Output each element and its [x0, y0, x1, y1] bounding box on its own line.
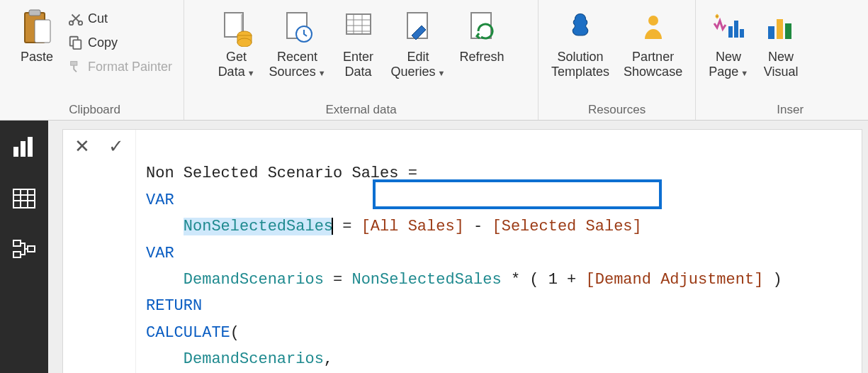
solution-templates-label: Solution Templates	[551, 50, 609, 79]
ribbon-group-label-external-data: External data	[193, 103, 529, 117]
new-visual-label: New Visual	[764, 50, 799, 79]
enter-data-button[interactable]: Enter Data	[336, 3, 381, 80]
format-painter-button[interactable]: Format Painter	[65, 55, 175, 78]
close-icon: ✕	[74, 135, 90, 157]
svg-rect-1	[29, 10, 40, 16]
partner-showcase-label: Partner Showcase	[624, 50, 682, 79]
paste-button[interactable]: Paste	[14, 3, 60, 66]
svg-point-17	[648, 16, 658, 26]
svg-rect-27	[13, 189, 35, 208]
svg-rect-18	[728, 26, 733, 38]
svg-rect-29	[13, 252, 21, 257]
keyword-return: RETURN	[146, 297, 202, 315]
svg-rect-24	[13, 147, 18, 157]
bar-chart-icon	[12, 137, 36, 158]
measure-selected-sales: [Selected Sales]	[492, 218, 642, 235]
measure-demand-adjustment: [Demand Adjustment]	[586, 271, 764, 289]
ribbon-group-resources: Solution Templates Partner Showcase Reso…	[539, 0, 696, 120]
svg-rect-23	[785, 23, 791, 39]
new-page-icon	[711, 6, 745, 50]
ribbon-group-external-data: Get Data▼ Recent Sources▼ Enter Data Edi…	[184, 0, 539, 120]
partner-showcase-button[interactable]: Partner Showcase	[619, 3, 687, 80]
svg-rect-30	[28, 246, 35, 252]
svg-rect-26	[28, 137, 33, 157]
refresh-button[interactable]: Refresh	[455, 3, 508, 66]
paste-label: Paste	[21, 50, 53, 65]
ribbon-group-label-insert: Inser	[704, 103, 804, 117]
ribbon-group-clipboard: Paste Cut Copy	[6, 0, 184, 120]
svg-rect-22	[777, 19, 783, 39]
ribbon-group-label-resources: Resources	[547, 103, 687, 117]
svg-rect-6	[73, 40, 81, 49]
svg-rect-19	[734, 21, 738, 38]
side-nav	[0, 121, 48, 373]
measure-all-sales: [All Sales]	[361, 218, 464, 235]
cut-icon	[68, 11, 84, 26]
solution-templates-button[interactable]: Solution Templates	[547, 3, 614, 80]
table-icon	[13, 189, 35, 208]
clipboard-side-buttons: Cut Copy Format Painter	[65, 3, 175, 78]
enter-data-icon	[342, 6, 375, 50]
svg-point-11	[237, 38, 252, 47]
ref-nonselectedsales: NonSelectedSales	[351, 271, 501, 289]
svg-point-3	[69, 21, 74, 25]
format-painter-label: Format Painter	[88, 60, 172, 74]
new-visual-icon	[764, 6, 798, 50]
copy-icon	[68, 35, 84, 50]
nav-data-view[interactable]	[9, 183, 40, 214]
svg-rect-28	[13, 240, 21, 246]
func-calculate: CALCULATE	[146, 324, 230, 342]
new-page-label: New Page	[709, 50, 741, 79]
copy-button[interactable]: Copy	[65, 31, 175, 54]
ribbon-group-insert: New Page▼ New Visual Inser	[696, 0, 804, 120]
edit-queries-button[interactable]: Edit Queries▼	[387, 3, 450, 80]
paste-icon	[21, 6, 53, 50]
check-icon: ✓	[108, 135, 124, 157]
svg-rect-2	[35, 20, 50, 43]
get-data-label: Get Data	[218, 50, 247, 79]
formula-controls: ✕ ✓	[63, 130, 136, 373]
copy-label: Copy	[88, 35, 118, 50]
ref-demandscenarios: DemandScenarios	[184, 350, 324, 368]
formula-commit-button[interactable]: ✓	[104, 134, 128, 158]
formula-bar: ✕ ✓ Non Selected Scenario Sales = VAR No…	[62, 129, 862, 373]
formula-editor[interactable]: Non Selected Scenario Sales = VAR NonSel…	[136, 130, 862, 373]
new-page-button[interactable]: New Page▼	[704, 3, 753, 80]
svg-rect-7	[71, 62, 77, 66]
get-data-icon	[220, 6, 253, 50]
get-data-button[interactable]: Get Data▼	[214, 3, 259, 80]
enter-data-label: Enter Data	[343, 50, 373, 79]
dropdown-caret-icon: ▼	[247, 69, 255, 77]
keyword-var: VAR	[146, 191, 174, 209]
dropdown-caret-icon: ▼	[318, 69, 326, 77]
svg-rect-25	[21, 141, 26, 157]
svg-rect-21	[768, 26, 774, 39]
ribbon: Paste Cut Copy	[0, 0, 868, 121]
format-painter-icon	[68, 59, 84, 74]
svg-rect-20	[740, 29, 744, 38]
refresh-icon	[466, 6, 498, 50]
formula-cancel-button[interactable]: ✕	[70, 134, 94, 158]
dropdown-caret-icon: ▼	[438, 69, 446, 77]
solution-templates-icon	[562, 6, 599, 50]
highlight-annotation	[373, 179, 662, 209]
keyword-var: VAR	[146, 245, 174, 262]
refresh-label: Refresh	[459, 50, 504, 65]
recent-sources-icon	[281, 6, 314, 50]
cut-label: Cut	[88, 11, 108, 26]
edit-queries-icon	[402, 6, 434, 50]
nav-report-view[interactable]	[9, 132, 40, 163]
recent-sources-button[interactable]: Recent Sources▼	[265, 3, 330, 80]
ribbon-group-label-clipboard: Clipboard	[14, 103, 175, 117]
measure-name: Non Selected Scenario Sales	[146, 165, 398, 182]
new-visual-button[interactable]: New Visual	[758, 3, 804, 80]
var-nonselectedsales: NonSelectedSales	[184, 218, 333, 235]
svg-point-4	[79, 21, 83, 25]
recent-sources-label: Recent Sources	[269, 50, 317, 79]
nav-model-view[interactable]	[9, 234, 40, 265]
cut-button[interactable]: Cut	[65, 7, 175, 30]
var-demandscenarios: DemandScenarios	[184, 271, 324, 289]
edit-queries-label: Edit Queries	[391, 50, 436, 79]
model-icon	[12, 239, 36, 260]
partner-showcase-icon	[636, 6, 670, 50]
